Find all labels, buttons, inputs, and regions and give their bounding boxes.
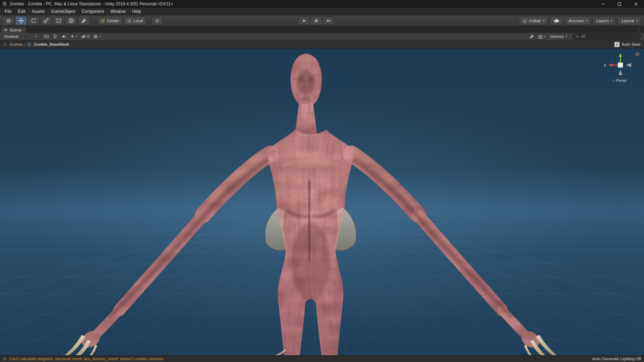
eye-slash-icon (81, 34, 86, 39)
window-title: Zombie - Zombie - PC, Mac & Linux Standa… (10, 1, 173, 6)
pivot-mode-label: Center (107, 19, 119, 23)
grid-icon (93, 34, 98, 39)
auto-save-label: Auto Save (622, 42, 641, 46)
layout-caret-icon: ▾ (636, 19, 638, 22)
minimize-button[interactable] (595, 0, 611, 8)
transform-tool-icon (68, 18, 74, 24)
transform-tool-button[interactable] (65, 16, 77, 25)
search-icon (575, 35, 579, 39)
menu-edit[interactable]: Edit (15, 8, 29, 15)
grid-visibility-dropdown[interactable]: ▾ (91, 33, 102, 40)
rotate-tool-icon (31, 18, 36, 24)
maximize-button[interactable] (611, 0, 628, 8)
axis-x-label: x (604, 63, 606, 67)
scale-tool-button[interactable] (40, 16, 52, 25)
camera-caret-icon: ▾ (544, 35, 546, 38)
effects-dropdown[interactable]: ▾ (68, 33, 79, 40)
rotation-mode-button[interactable]: Local (124, 16, 147, 25)
scene-viewport[interactable]: x ◁ Persp (0, 49, 644, 355)
grid-snapping-icon (154, 18, 160, 24)
separator (40, 34, 41, 39)
collab-caret-icon: ▾ (543, 19, 544, 22)
tab-scene[interactable]: Scene (1, 27, 26, 33)
tools-icon (529, 34, 534, 39)
gizmo-center-cube[interactable] (618, 63, 623, 68)
scene-lighting-button[interactable] (51, 33, 59, 40)
auto-save-checkbox[interactable]: ✓ (614, 42, 620, 47)
menu-window[interactable]: Window (107, 8, 129, 15)
close-button[interactable] (628, 0, 644, 8)
cloud-icon (553, 18, 559, 24)
zombie-mesh[interactable] (62, 54, 559, 355)
toggle-2d-button[interactable]: 2D (42, 33, 51, 40)
scene-grid-icon (4, 28, 8, 32)
menu-help[interactable]: Help (129, 8, 144, 15)
lighting-status-label: Auto Generate Lighting Off (592, 357, 641, 361)
collab-dropdown[interactable]: Collab ▾ (519, 16, 548, 25)
menu-assets[interactable]: Assets (29, 8, 48, 15)
scene-search-input[interactable] (581, 34, 638, 39)
draw-mode-dropdown[interactable]: Shaded ▾ (1, 33, 39, 40)
camera-settings-dropdown[interactable]: ▾ (536, 34, 547, 39)
zombie-model[interactable] (0, 49, 644, 355)
pivot-center-icon (101, 19, 105, 23)
account-dropdown[interactable]: Account ▾ (565, 16, 591, 25)
orientation-gizmo[interactable]: x ◁ Persp (598, 51, 640, 83)
breadcrumb: Scenes | Zombie_BaseMesh ✓ Auto Save (0, 40, 644, 49)
breadcrumb-separator: | (24, 42, 25, 46)
gizmo-menu-icon[interactable] (635, 53, 639, 56)
axis-x-arrow[interactable]: x (604, 63, 620, 67)
projection-toggle[interactable]: ◁ Persp (598, 78, 640, 83)
menu-component[interactable]: Component (78, 8, 107, 15)
breadcrumb-scenes[interactable]: Scenes (3, 42, 23, 46)
transform-tools (3, 16, 89, 25)
console-status-message[interactable]: ⚠ Can't calculate tangents, because mesh… (3, 357, 165, 361)
breadcrumb-current[interactable]: Zombie_BaseMesh (27, 42, 69, 47)
local-cube-icon (127, 19, 132, 23)
grid-caret-icon: ▾ (99, 35, 101, 38)
editor-tools-button[interactable] (527, 34, 536, 39)
main-toolbar: Center Local (0, 15, 644, 26)
scene-audio-button[interactable] (59, 33, 68, 40)
pause-button[interactable] (311, 16, 322, 25)
pause-icon (314, 18, 319, 23)
pivot-mode-button[interactable]: Center (97, 16, 123, 25)
layout-dropdown[interactable]: Layout ▾ (618, 16, 641, 25)
rotate-tool-button[interactable] (28, 16, 39, 25)
rect-tool-icon (56, 18, 62, 24)
title-bar: Zombie - Zombie - PC, Mac & Linux Standa… (0, 0, 644, 8)
hand-tool-button[interactable] (3, 16, 14, 25)
projection-label: Persp (616, 78, 627, 83)
play-button[interactable] (298, 16, 310, 25)
layout-label: Layout (621, 19, 634, 23)
account-label: Account (569, 19, 584, 23)
play-icon (302, 18, 307, 23)
panel-tab-bar: Scene ⋮ (0, 26, 644, 33)
scale-tool-icon (43, 18, 49, 24)
layers-caret-icon: ▾ (611, 19, 612, 22)
layers-dropdown[interactable]: Layers ▾ (593, 16, 616, 25)
axis-negy-cone[interactable] (619, 70, 623, 75)
menu-file[interactable]: File (1, 8, 15, 15)
account-caret-icon: ▾ (586, 19, 587, 22)
menu-bar: File Edit Assets GameObject Component Wi… (0, 8, 644, 15)
status-bar: ⚠ Can't calculate tangents, because mesh… (0, 355, 644, 362)
hand-tool-icon (6, 18, 11, 24)
scene-search-box (572, 34, 641, 40)
grid-snapping-button[interactable] (151, 16, 163, 25)
move-tool-button[interactable] (15, 16, 27, 25)
rect-tool-button[interactable] (53, 16, 64, 25)
breadcrumb-scenes-label: Scenes (9, 42, 23, 46)
warning-icon: ⚠ (3, 357, 7, 361)
menu-gameobject[interactable]: GameObject (48, 8, 78, 15)
gizmos-label: Gizmos (550, 34, 564, 39)
draw-mode-label: Shaded (4, 34, 18, 39)
cloud-button[interactable] (550, 16, 563, 25)
panel-menu-icon[interactable]: ⋮ (635, 27, 643, 32)
persp-icon: ◁ (612, 79, 615, 82)
step-button[interactable] (323, 16, 334, 25)
custom-tool-button[interactable] (78, 16, 89, 25)
gizmos-dropdown[interactable]: Gizmos ▾ (547, 34, 570, 39)
axis-negx-cone[interactable] (626, 63, 631, 67)
hidden-objects-button[interactable]: 0 (79, 33, 91, 40)
